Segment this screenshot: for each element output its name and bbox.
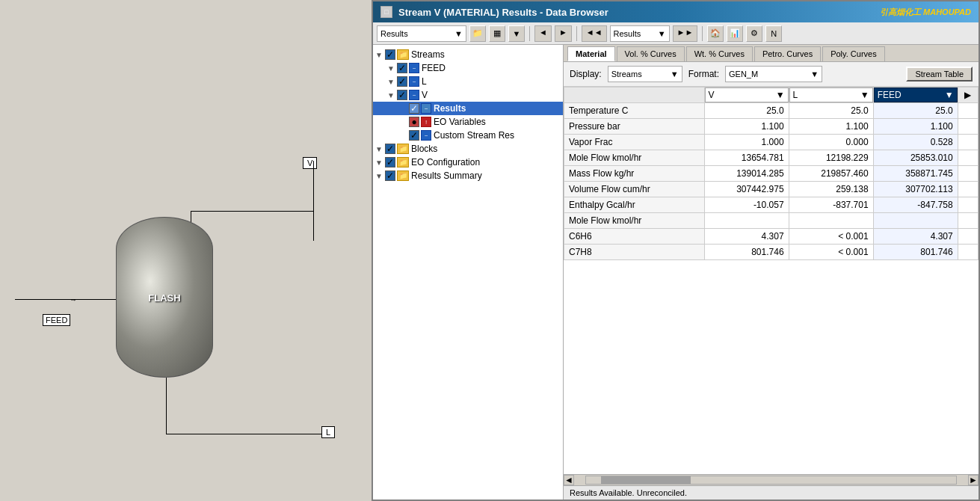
tab-poly-curves[interactable]: Poly. Curves [822, 46, 885, 61]
tree-item-feed[interactable]: ▼ ✓ ~ FEED [373, 61, 563, 75]
stream-v-value: V [709, 90, 715, 100]
n-btn[interactable]: N [765, 25, 782, 42]
nav-forward-btn[interactable]: ► [555, 25, 572, 42]
table-row: C6H64.307< 0.0014.307 [564, 229, 979, 245]
expand-l: ▼ [385, 76, 397, 87]
table-row: Mole Flow kmol/hr13654.78112198.22925853… [564, 150, 979, 166]
cell-feed-2: 0.528 [873, 135, 958, 150]
cell-l-2: 0.000 [789, 135, 873, 150]
results-table: V▼ L▼ FEED▼ [564, 87, 979, 260]
cell-l-3: 12198.229 [789, 150, 873, 166]
label-results: Results [434, 103, 466, 114]
folder-icon-results-summary: 📁 [397, 170, 409, 181]
cell-v-9: 801.746 [704, 245, 789, 260]
nav-double-back-btn[interactable]: ◄◄ [582, 25, 607, 42]
tree-item-results[interactable]: ✓ ~ Results [373, 102, 563, 115]
label-eo: EO Variables [434, 117, 486, 127]
format-label: Format: [688, 69, 719, 79]
settings-btn[interactable]: ⚙ [746, 25, 762, 42]
stream-icon-results: ~ [421, 103, 431, 114]
scroll-right-btn[interactable]: ► [968, 475, 979, 485]
h-scrollbar[interactable] [585, 476, 957, 485]
nav-back-btn[interactable]: ◄ [534, 25, 552, 42]
expand-custom [397, 129, 409, 141]
cell-v-6: -10.057 [704, 197, 789, 213]
expand-v: ▼ [385, 89, 397, 101]
check-eo-config: ✓ [385, 157, 395, 167]
expand-eo-config: ▼ [373, 156, 385, 168]
chart-btn[interactable]: 📊 [727, 25, 743, 42]
l-label-box: L [321, 426, 335, 438]
tree-item-eo-config[interactable]: ▼ ✓ 📁 EO Configuration [373, 156, 563, 169]
label-eo-config: EO Configuration [411, 157, 480, 167]
tree-item-v[interactable]: ▼ ✓ ~ V [373, 88, 563, 102]
tree-item-streams[interactable]: ▼ ✓ 📁 Streams [373, 48, 563, 61]
cell-l-6: -837.701 [789, 197, 873, 213]
folder-btn[interactable]: 📁 [469, 25, 486, 42]
cell-feed-4: 358871.745 [873, 166, 958, 182]
cell-feed-9: 801.746 [873, 245, 958, 260]
v-vert-line [313, 161, 314, 213]
sep2 [576, 26, 577, 41]
row-label-1: Pressure bar [564, 119, 705, 135]
title-bar: □ Stream V (MATERIAL) Results - Data Bro… [373, 1, 979, 22]
tabs-bar: Material Vol. % Curves Wt. % Curves Petr… [564, 45, 979, 62]
table-row: Enthalpy Gcal/hr-10.057-837.701-847.758 [564, 197, 979, 213]
cell-extra-4 [958, 166, 978, 182]
col-header-v: V▼ [704, 87, 789, 103]
row-label-6: Enthalpy Gcal/hr [564, 197, 705, 213]
stream-icon-feed: ~ [409, 63, 419, 73]
cell-feed-3: 25853.010 [873, 150, 958, 166]
tree-item-l[interactable]: ▼ ✓ ~ L [373, 75, 563, 88]
tab-material[interactable]: Material [567, 46, 615, 61]
scrollbar-thumb [601, 476, 691, 484]
grid-btn[interactable]: ▦ [489, 25, 505, 42]
tree-item-custom[interactable]: ✓ ~ Custom Stream Res [373, 129, 563, 142]
tab-wt-curves[interactable]: Wt. % Curves [686, 46, 753, 61]
sep3 [702, 26, 703, 41]
home-btn[interactable]: 🏠 [707, 25, 724, 42]
tree-item-eo[interactable]: ● ! EO Variables [373, 115, 563, 129]
format-dropdown[interactable]: GEN_M ▼ [725, 66, 822, 82]
check-results-summary: ✓ [385, 170, 395, 181]
cell-l-9: < 0.001 [789, 245, 873, 260]
check-custom: ✓ [409, 130, 419, 141]
feed-box-label: FEED [43, 314, 70, 326]
expand-results [397, 102, 409, 114]
row-label-7: Mole Flow kmol/hr [564, 213, 705, 229]
feed-line [15, 299, 75, 300]
process-canvas: → FEED V FLASH L [0, 0, 374, 501]
results-dropdown[interactable]: Results ▼ [377, 25, 466, 42]
cell-feed-8: 4.307 [873, 229, 958, 245]
expand-blocks: ▼ [373, 143, 385, 155]
folder-icon-eo-config: 📁 [397, 157, 409, 167]
row-label-8: C6H6 [564, 229, 705, 245]
tab-vol-curves[interactable]: Vol. % Curves [617, 46, 685, 61]
tree-item-results-summary[interactable]: ▼ ✓ 📁 Results Summary [373, 169, 563, 182]
cell-l-4: 219857.460 [789, 166, 873, 182]
cell-l-1: 1.100 [789, 119, 873, 135]
nav-double-forward-btn[interactable]: ►► [673, 25, 698, 42]
cell-extra-9 [958, 245, 978, 260]
nav-results-dropdown[interactable]: Results ▼ [610, 25, 670, 42]
data-table-area: V▼ L▼ FEED▼ [564, 87, 979, 474]
cell-l-5: 259.138 [789, 182, 873, 197]
label-custom: Custom Stream Res [434, 130, 514, 141]
controls-bar: Display: Streams ▼ Format: GEN_M ▼ Strea… [564, 62, 979, 87]
label-results-summary: Results Summary [411, 170, 482, 181]
cell-v-0: 25.0 [704, 103, 789, 119]
stream-table-button[interactable]: Stream Table [906, 67, 973, 82]
expand-streams: ▼ [373, 49, 385, 61]
row-label-3: Mole Flow kmol/hr [564, 150, 705, 166]
tab-petro-curves[interactable]: Petro. Curves [754, 46, 821, 61]
scroll-left-btn[interactable]: ◄ [564, 475, 574, 485]
dropdown-arrow-btn[interactable]: ▼ [508, 25, 525, 42]
display-dropdown[interactable]: Streams ▼ [608, 66, 682, 82]
tree-item-blocks[interactable]: ▼ ✓ 📁 Blocks [373, 142, 563, 156]
col-header-extra: ▶ [958, 87, 978, 103]
folder-icon-streams: 📁 [397, 49, 409, 60]
cell-extra-6 [958, 197, 978, 213]
table-row: Mole Flow kmol/hr [564, 213, 979, 229]
check-l: ✓ [397, 76, 407, 87]
row-label-2: Vapor Frac [564, 135, 705, 150]
